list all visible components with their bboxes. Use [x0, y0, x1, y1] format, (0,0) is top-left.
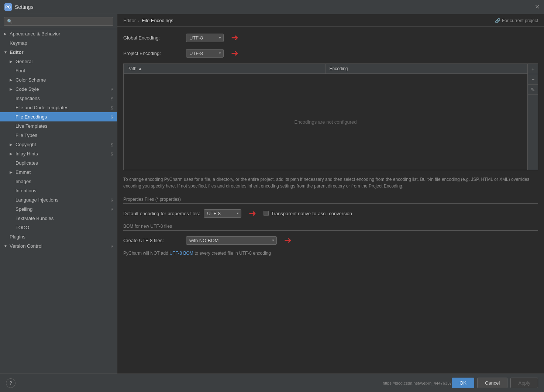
- table-main: Path ▲ Encoding Encodings are not config…: [124, 64, 527, 170]
- arrow-annotation-3: ➜: [249, 208, 256, 219]
- sidebar-item-inlay-hints[interactable]: ▶ Inlay Hints ⎘: [0, 149, 117, 158]
- apply-button[interactable]: Apply: [510, 378, 538, 388]
- project-encoding-label: Project Encoding:: [123, 51, 182, 56]
- expand-arrow-icon: ▶: [10, 78, 16, 82]
- transparent-checkbox[interactable]: [264, 211, 269, 216]
- properties-encoding-select-wrapper: UTF-8 UTF-16 ISO-8859-1: [204, 209, 241, 218]
- sidebar-item-editor[interactable]: ▼ Editor: [0, 48, 117, 57]
- sidebar-item-textmate-bundles[interactable]: TextMate Bundles: [0, 214, 117, 223]
- sidebar-item-label: Version Control: [10, 243, 111, 249]
- sidebar-item-version-control[interactable]: ▼ Version Control ⎘: [0, 241, 117, 251]
- help-icon: ?: [9, 380, 12, 386]
- transparent-checkbox-label[interactable]: Transparent native-to-ascii conversion: [264, 211, 352, 216]
- cancel-button[interactable]: Cancel: [477, 378, 507, 388]
- edit-row-button[interactable]: ✎: [528, 85, 538, 95]
- link-icon: 🔗: [495, 18, 500, 23]
- help-button[interactable]: ?: [6, 378, 16, 388]
- bom-link[interactable]: UTF-8 BOM: [169, 251, 193, 256]
- for-project-label: For current project: [502, 18, 538, 23]
- close-button[interactable]: ✕: [535, 3, 540, 10]
- global-encoding-label: Global Encoding:: [123, 35, 182, 41]
- properties-encoding-select[interactable]: UTF-8 UTF-16 ISO-8859-1: [204, 209, 241, 218]
- bom-note-text2: to every created file in UTF-8 encoding: [193, 251, 271, 256]
- arrow-annotation-4: ➜: [284, 235, 292, 245]
- sidebar-item-todo[interactable]: TODO: [0, 223, 117, 232]
- sidebar-item-label: Spelling: [16, 206, 111, 212]
- bom-select[interactable]: with NO BOM with BOM with BOM if Windows…: [186, 236, 277, 245]
- sidebar-item-appearance[interactable]: ▶ Appearance & Behavior: [0, 29, 117, 38]
- copy-icon: ⎘: [111, 244, 113, 248]
- title-bar: PC Settings ✕: [0, 0, 544, 14]
- main-container: ▶ Appearance & Behavior Keymap ▼ Editor …: [0, 14, 544, 374]
- sidebar-item-plugins[interactable]: Plugins: [0, 232, 117, 241]
- sidebar-item-language-injections[interactable]: Language Injections ⎘: [0, 195, 117, 204]
- sidebar-item-copyright[interactable]: ▶ Copyright ⎘: [0, 140, 117, 149]
- sidebar-item-label: General: [16, 59, 113, 64]
- sidebar-item-file-types[interactable]: File Types: [0, 131, 117, 140]
- properties-section-header: Properties Files (*.properties): [123, 197, 538, 204]
- expand-arrow-icon: ▶: [10, 152, 16, 156]
- sidebar-item-label: Inspections: [16, 96, 111, 101]
- copy-icon: ⎘: [111, 207, 113, 212]
- sidebar-item-label: Emmet: [16, 169, 113, 175]
- empty-message: Encodings are not configured: [294, 119, 357, 125]
- sort-icon: ▲: [138, 66, 142, 71]
- sidebar-item-inspections[interactable]: Inspections ⎘: [0, 94, 117, 103]
- sidebar-item-live-templates[interactable]: Live Templates: [0, 121, 117, 131]
- sidebar-item-file-code-templates[interactable]: File and Code Templates ⎘: [0, 103, 117, 112]
- sidebar-item-label: Code Style: [16, 86, 111, 92]
- global-encoding-select-wrapper: UTF-8 UTF-16 ISO-8859-1: [186, 34, 224, 42]
- breadcrumb-parent: Editor: [123, 18, 136, 23]
- sidebar-item-spelling[interactable]: Spelling ⎘: [0, 204, 117, 214]
- sidebar-item-file-encodings[interactable]: File Encodings ⎘: [0, 112, 117, 121]
- sidebar-item-label: Color Scheme: [16, 77, 113, 83]
- project-encoding-select[interactable]: UTF-8 UTF-16 ISO-8859-1: [186, 49, 224, 58]
- remove-row-button[interactable]: −: [528, 74, 538, 85]
- default-encoding-label: Default encoding for properties files:: [123, 211, 200, 216]
- sidebar-item-label: Plugins: [10, 234, 113, 240]
- ok-button[interactable]: OK: [452, 378, 474, 388]
- bottom-right-area: https://blog.csdn.net/weixin_44476337 OK…: [379, 378, 538, 388]
- create-utf8-row: Create UTF-8 files: with NO BOM with BOM…: [123, 235, 538, 245]
- sidebar-item-label: Copyright: [16, 142, 111, 147]
- sidebar-item-emmet[interactable]: ▶ Emmet: [0, 168, 117, 177]
- breadcrumb-separator: ›: [138, 18, 140, 23]
- search-box: [0, 14, 117, 29]
- sidebar-item-images[interactable]: Images: [0, 177, 117, 186]
- add-row-button[interactable]: +: [528, 64, 538, 74]
- sidebar-item-code-style[interactable]: ▶ Code Style ⎘: [0, 85, 117, 94]
- sidebar-item-label: File and Code Templates: [16, 105, 111, 110]
- url-text: https://blog.csdn.net/weixin_44476337: [383, 381, 452, 385]
- project-encoding-row: Project Encoding: UTF-8 UTF-16 ISO-8859-…: [123, 48, 538, 58]
- column-path: Path ▲: [124, 64, 326, 73]
- bom-section: BOM for new UTF-8 files Create UTF-8 fil…: [123, 224, 538, 256]
- sidebar-item-font[interactable]: Font: [0, 66, 117, 75]
- sidebar: ▶ Appearance & Behavior Keymap ▼ Editor …: [0, 14, 117, 374]
- expand-arrow-icon: ▶: [4, 32, 10, 36]
- arrow-annotation-2: ➜: [231, 48, 238, 58]
- copy-icon: ⎘: [111, 115, 113, 119]
- bom-note-text1: PyCharm will NOT add: [123, 251, 169, 256]
- column-encoding: Encoding: [326, 64, 528, 73]
- global-encoding-select[interactable]: UTF-8 UTF-16 ISO-8859-1: [186, 34, 224, 42]
- for-project-note: 🔗 For current project: [495, 18, 538, 23]
- copy-icon: ⎘: [111, 198, 113, 202]
- bottom-bar: ? https://blog.csdn.net/weixin_44476337 …: [0, 374, 544, 392]
- content-area: Editor › File Encodings 🔗 For current pr…: [117, 14, 544, 374]
- sidebar-item-general[interactable]: ▶ General: [0, 57, 117, 66]
- search-input[interactable]: [4, 17, 113, 26]
- sidebar-item-label: Editor: [10, 49, 113, 55]
- sidebar-item-keymap[interactable]: Keymap: [0, 38, 117, 48]
- sidebar-item-color-scheme[interactable]: ▶ Color Scheme: [0, 75, 117, 85]
- sidebar-item-label: Live Templates: [16, 123, 113, 129]
- expand-arrow-icon: ▶: [10, 142, 16, 147]
- expand-arrow-icon: ▶: [10, 59, 16, 63]
- dialog-buttons: OK Cancel Apply: [452, 378, 538, 388]
- global-encoding-row: Global Encoding: UTF-8 UTF-16 ISO-8859-1…: [123, 32, 538, 43]
- sidebar-item-duplicates[interactable]: Duplicates: [0, 158, 117, 168]
- sidebar-item-label: Language Injections: [16, 197, 111, 203]
- app-icon: PC: [4, 3, 12, 11]
- expand-arrow-icon: ▼: [4, 50, 10, 54]
- info-text: To change encoding PyCharm uses for a fi…: [123, 176, 538, 189]
- sidebar-item-intentions[interactable]: Intentions: [0, 186, 117, 195]
